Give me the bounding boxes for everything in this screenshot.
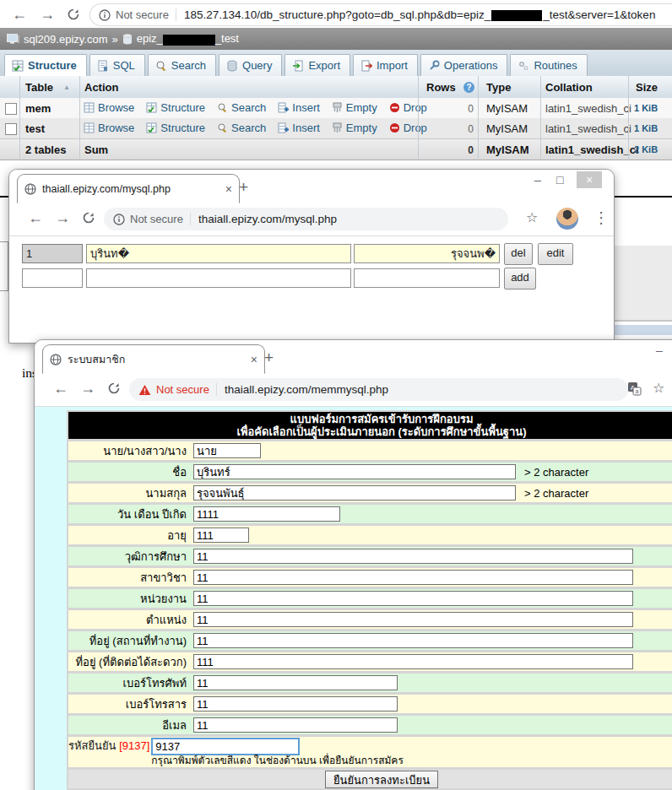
reload-icon[interactable] (107, 381, 121, 395)
col-table[interactable]: Table (25, 81, 53, 94)
tab-close-icon[interactable]: × (225, 182, 232, 196)
drop-link[interactable]: Drop (389, 122, 427, 134)
profile-avatar[interactable] (556, 208, 578, 230)
browser1-address-bar[interactable]: Not secure 185.27.134.10/db_structure.ph… (89, 3, 672, 26)
forward-icon[interactable]: → (55, 210, 70, 225)
help-icon[interactable]: ? (463, 82, 474, 93)
collation[interactable]: latin1_swedish_ci (545, 122, 631, 135)
row-checkbox[interactable] (5, 123, 17, 135)
new-tab-button[interactable]: + (239, 178, 248, 197)
birthdate-input[interactable] (193, 506, 340, 522)
warning-icon[interactable] (138, 384, 151, 396)
work-address-input[interactable] (193, 633, 633, 648)
education-input[interactable] (193, 549, 633, 564)
back-icon[interactable]: ← (28, 210, 43, 225)
table-name[interactable]: test (25, 122, 45, 135)
age-input[interactable] (193, 528, 249, 543)
redacted-db-name (163, 35, 215, 46)
tab-close-icon[interactable]: × (251, 353, 257, 366)
insert-link[interactable]: Insert (278, 122, 320, 134)
window-titlebar[interactable]: ระบบสมาชิก × + – (35, 340, 672, 373)
tab-export[interactable]: Export (285, 54, 350, 76)
contact-address-input[interactable] (193, 654, 633, 669)
col-type[interactable]: Type (486, 81, 511, 94)
structure-link[interactable]: Structure (146, 101, 205, 114)
empty-link[interactable]: Empty (332, 101, 377, 114)
close-window-icon[interactable]: × (577, 171, 602, 188)
confirm-code-input[interactable] (151, 738, 300, 755)
organization-input[interactable] (193, 591, 633, 606)
tab-import[interactable]: Import (353, 54, 418, 76)
tab-routines[interactable]: Routines (510, 54, 587, 76)
tab-structure[interactable]: Structure (4, 54, 87, 76)
new-id-field[interactable] (22, 268, 83, 288)
drop-icon (389, 102, 400, 113)
tab-query[interactable]: Query (219, 54, 282, 76)
bookmark-star-icon[interactable]: ☆ (526, 211, 538, 225)
search-link[interactable]: Search (217, 101, 266, 114)
browser-tab[interactable]: thaiall.epizy.com/mysql.php × (17, 174, 240, 203)
new-name-field[interactable] (86, 268, 351, 288)
tab-sql[interactable]: SQL (89, 54, 145, 76)
fax-input[interactable] (193, 696, 398, 712)
submit-button[interactable]: ยืนยันการลงทะเบียน (325, 771, 438, 788)
info-icon[interactable] (113, 214, 125, 225)
col-size[interactable]: Size (636, 81, 658, 94)
confirm-note: กรุณาพิมพ์ตัวเลขสีแดง ในช่องด้านบน เพื่อ… (151, 755, 672, 766)
maximize-icon[interactable]: □ (556, 173, 563, 187)
record-name-field[interactable]: บุรินท� (86, 244, 351, 263)
back-icon[interactable]: ← (12, 7, 27, 22)
translate-icon[interactable]: Aa (627, 381, 642, 396)
forward-icon[interactable]: → (40, 7, 55, 22)
window-titlebar[interactable]: thaiall.epizy.com/mysql.php × + – □ × (9, 170, 614, 203)
title-input[interactable] (193, 443, 261, 458)
browser-tab[interactable]: ระบบสมาชิก × (42, 344, 265, 374)
firstname-input[interactable] (193, 464, 516, 479)
form-row-firstname: ชื่อ > 2 character (68, 463, 672, 481)
breadcrumb-db[interactable]: epiz__test (137, 32, 239, 45)
reload-icon[interactable] (82, 211, 95, 225)
browse-icon (84, 122, 95, 133)
drop-link[interactable]: Drop (389, 101, 427, 114)
insert-icon (278, 102, 289, 113)
reload-icon[interactable] (67, 8, 80, 21)
row-checkbox[interactable] (5, 103, 17, 115)
info-icon[interactable] (99, 9, 111, 21)
collation[interactable]: latin1_swedish_ci (545, 102, 631, 115)
tab-operations[interactable]: Operations (420, 54, 508, 76)
breadcrumb-server[interactable]: sql209.epizy.com (24, 33, 107, 46)
edit-button[interactable]: edit (538, 243, 573, 265)
menu-icon[interactable]: ⋮ (593, 210, 609, 225)
address-bar[interactable]: Not secure thaiall.epizy.com/mysql.php (104, 208, 508, 230)
new-tab-button[interactable]: + (264, 349, 274, 367)
browse-link[interactable]: Browse (84, 122, 134, 134)
col-collation[interactable]: Collation (545, 81, 593, 94)
browse-link[interactable]: Browse (84, 101, 134, 114)
major-input[interactable] (193, 570, 633, 585)
back-icon[interactable]: ← (53, 381, 68, 396)
record-surname-field[interactable]: รุจจนพ� (354, 244, 500, 263)
minimize-icon[interactable]: – (656, 344, 663, 357)
address-bar[interactable]: Not secure thaiall.epizy.com/memmysql.ph… (129, 378, 628, 401)
col-rows[interactable]: Rows (426, 81, 456, 94)
search-link[interactable]: Search (217, 122, 266, 134)
structure-link[interactable]: Structure (146, 122, 205, 134)
minimize-icon[interactable]: – (534, 173, 541, 187)
email-input[interactable] (193, 717, 398, 733)
insert-link[interactable]: Insert (278, 101, 320, 114)
add-button[interactable]: add (504, 268, 536, 289)
bookmark-star-icon[interactable]: ☆ (653, 381, 664, 395)
phone-input[interactable] (193, 675, 398, 690)
form-row-organization: หน่วยงาน (68, 589, 672, 608)
lastname-input[interactable] (193, 485, 516, 501)
field-note: > 2 character (524, 487, 588, 500)
empty-link[interactable]: Empty (332, 122, 377, 134)
del-button[interactable]: del (504, 243, 533, 265)
structure-icon (12, 60, 24, 72)
position-input[interactable] (193, 612, 633, 627)
new-surname-field[interactable] (354, 268, 500, 288)
forward-icon[interactable]: → (80, 381, 95, 396)
action-label: Structure (160, 101, 205, 114)
tab-search[interactable]: Search (148, 54, 216, 76)
table-name[interactable]: mem (25, 102, 51, 115)
